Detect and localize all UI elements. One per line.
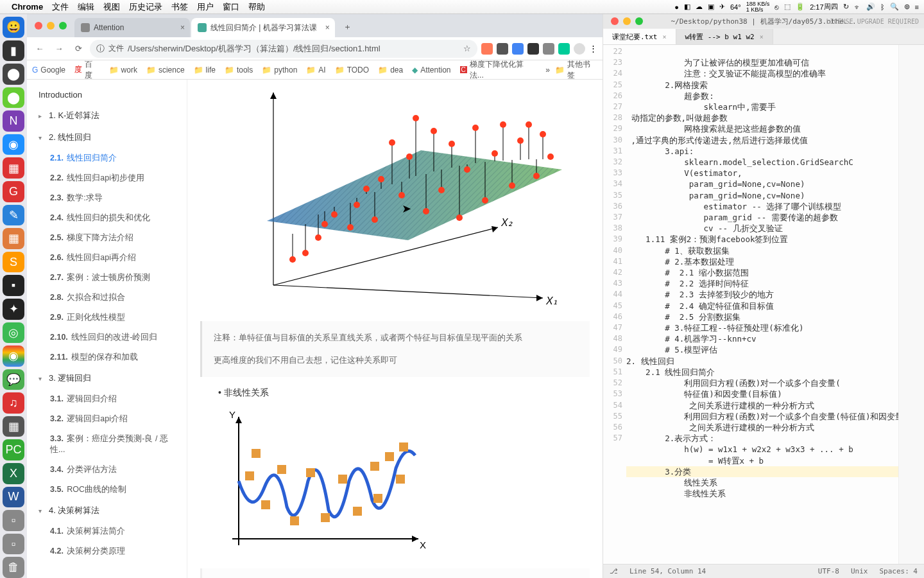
maximize-icon[interactable]	[59, 22, 67, 30]
sidebar-item[interactable]: 3.4. 分类评估方法	[27, 460, 187, 480]
window-controls[interactable]	[35, 22, 67, 30]
other-bookmarks[interactable]: 📁其他书签	[555, 59, 597, 81]
status-icon[interactable]: ⎋	[774, 3, 779, 11]
dock-sublime[interactable]: S	[3, 252, 24, 273]
status-icon[interactable]: ⬚	[784, 3, 791, 11]
line-endings[interactable]: Unix	[851, 567, 868, 575]
bookmark-folder[interactable]: 📁dea	[378, 66, 403, 74]
bookmark[interactable]: GGoogle	[32, 66, 65, 74]
info-icon[interactable]: ⓘ	[96, 43, 105, 55]
bookmark-folder[interactable]: 📁work	[109, 66, 137, 74]
dock-finder[interactable]: 😀	[3, 17, 24, 38]
sidebar-section-3[interactable]: ▾3. 逻辑回归	[27, 367, 187, 389]
extension-icon[interactable]	[543, 43, 554, 55]
close-icon[interactable]	[35, 22, 42, 30]
menu-edit[interactable]: 编辑	[78, 1, 94, 13]
sidebar-item[interactable]: 2.2. 线性回归api初步使用	[27, 168, 187, 188]
sidebar-section-1[interactable]: ▸1. K-近邻算法	[27, 105, 187, 127]
dock-onenote[interactable]: N	[3, 110, 24, 132]
temperature[interactable]: 64°	[730, 3, 741, 11]
back-button[interactable]: ←	[32, 41, 47, 57]
volume-icon[interactable]: 🔊	[866, 3, 875, 11]
bookmark-folder[interactable]: 📁AI	[306, 66, 325, 74]
code-text[interactable]: 为了让被评估的模型更加准确可信 注意：交叉验证不能提高模型的准确率 2.网格搜索…	[626, 45, 898, 564]
editor-tab[interactable]: w转置 --> b w1 w2×	[676, 29, 773, 44]
dock-app[interactable]: ⬤	[3, 87, 24, 109]
maximize-icon[interactable]	[635, 17, 643, 25]
status-icon[interactable]: ◧	[684, 3, 690, 11]
bluetooth-icon[interactable]: ᛒ	[880, 3, 885, 11]
reload-button[interactable]: ⟳	[71, 41, 86, 57]
menu-view[interactable]: 视图	[103, 1, 120, 13]
indent-setting[interactable]: Spaces: 4	[879, 567, 918, 575]
menu-bookmarks[interactable]: 书签	[171, 1, 188, 13]
extension-icon[interactable]	[481, 43, 493, 55]
dock-chrome[interactable]: ◉	[3, 346, 24, 367]
browser-tab[interactable]: Attention ×	[74, 18, 190, 37]
close-tab-icon[interactable]: ×	[180, 23, 185, 32]
app-name[interactable]: Chrome	[12, 2, 43, 12]
sidebar-item[interactable]: 2.4. 线性回归的损失和优化	[27, 208, 187, 228]
minimize-icon[interactable]	[623, 17, 631, 25]
dock-app[interactable]: ▦	[3, 416, 24, 437]
dock-app[interactable]: ✎	[3, 205, 24, 226]
dock-app[interactable]: ▫	[3, 510, 24, 531]
sidebar-item[interactable]: 2.3. 数学:求导	[27, 188, 187, 208]
notification-icon[interactable]: ≡	[915, 3, 919, 11]
extension-icon[interactable]	[527, 43, 539, 55]
dock-app[interactable]: ▦	[3, 157, 24, 179]
dock-app[interactable]: G	[3, 181, 24, 202]
forward-button[interactable]: →	[51, 41, 67, 57]
extension-icon[interactable]	[512, 43, 524, 55]
profile-avatar[interactable]	[574, 43, 585, 55]
dock-trash[interactable]: 🗑	[3, 557, 24, 578]
menu-history[interactable]: 历史记录	[129, 1, 162, 13]
close-tab-icon[interactable]: ×	[760, 33, 764, 40]
battery-icon[interactable]: 🔋	[796, 3, 805, 11]
sidebar-item[interactable]: 2.11. 模型的保存和加载	[27, 347, 187, 367]
menu-file[interactable]: 文件	[52, 1, 69, 13]
dock-netease[interactable]: ♫	[3, 392, 24, 414]
editor-titlebar[interactable]: ~/Desktop/python38 | 机器学习/day05/3.othe..…	[603, 14, 924, 28]
editor-tab-active[interactable]: 课堂纪要.txt×	[603, 29, 676, 44]
sidebar-item[interactable]: 4.2. 决策树分类原理	[27, 541, 187, 561]
bookmark-folder[interactable]: 📁tools	[225, 66, 253, 74]
new-tab-button[interactable]: ＋	[340, 19, 355, 35]
menu-icon[interactable]: ⋮	[589, 44, 597, 53]
status-icon[interactable]: ●	[674, 3, 679, 11]
sidebar-item[interactable]: 4.1. 决策树算法简介	[27, 521, 187, 541]
menu-user[interactable]: 用户	[197, 1, 214, 13]
bookmark-folder[interactable]: 📁science	[146, 66, 185, 74]
control-center-icon[interactable]: ⊚	[904, 3, 910, 11]
status-icon[interactable]: ↻	[843, 3, 849, 11]
spotlight-icon[interactable]: 🔍	[890, 3, 899, 11]
sidebar-item[interactable]: 2.7. 案例：波士顿房价预测	[27, 268, 187, 288]
close-tab-icon[interactable]: ×	[325, 23, 330, 32]
cursor-position[interactable]: Line 54, Column 14	[629, 567, 706, 575]
code-area[interactable]: 22 23 24 25 26 27 28 29 30 31 32 33 34 3…	[603, 45, 924, 564]
bookmark[interactable]: ◆Attention	[412, 66, 450, 74]
bookmark-folder[interactable]: 📁TODO	[335, 66, 369, 74]
sidebar-section-4[interactable]: ▾4. 决策树算法	[27, 500, 187, 521]
extension-icon[interactable]	[497, 43, 508, 55]
sidebar-item[interactable]: 2.10. 线性回归的改进-岭回归	[27, 328, 187, 347]
close-tab-icon[interactable]: ×	[663, 33, 667, 40]
bookmark-folder[interactable]: 📁python	[262, 66, 297, 74]
encoding[interactable]: UTF-8	[818, 567, 839, 575]
sidebar-item[interactable]: 2.6. 线性回归api再介绍	[27, 248, 187, 268]
sidebar-item[interactable]: 3.5. ROC曲线的绘制	[27, 480, 187, 500]
dock-excel[interactable]: X	[3, 463, 24, 484]
menu-window[interactable]: 窗口	[223, 1, 239, 13]
dock-app[interactable]: ◉	[3, 134, 24, 155]
dock-app[interactable]: ▫	[3, 534, 24, 555]
bookmark-overflow-icon[interactable]: »	[545, 66, 550, 74]
sidebar-item[interactable]: 2.1. 线性回归简介	[27, 148, 187, 168]
clock[interactable]: 2:17 周四	[810, 2, 837, 12]
bookmark[interactable]: C梯度下降优化算法...	[460, 59, 537, 81]
sidebar-section-2[interactable]: ▾2. 线性回归	[27, 127, 187, 148]
dock-app[interactable]: ✦	[3, 299, 24, 320]
sidebar-item[interactable]: 2.9. 正则化线性模型	[27, 308, 187, 328]
dock-word[interactable]: W	[3, 487, 24, 508]
sidebar-item[interactable]: 3.3. 案例：癌症分类预测-良 / 恶性...	[27, 429, 187, 460]
extension-icon[interactable]	[558, 43, 570, 55]
